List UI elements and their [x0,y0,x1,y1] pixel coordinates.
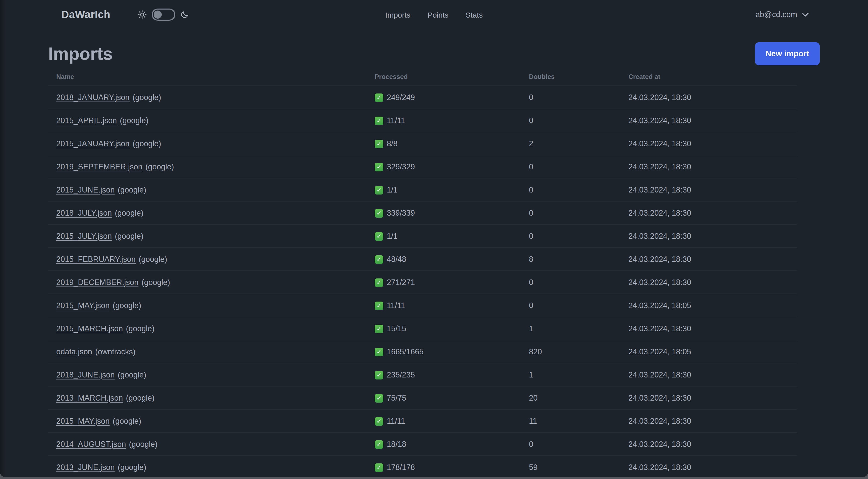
imports-table: Name Processed Doubles Created at 2018_J… [48,65,797,477]
doubles-count: 20 [521,386,620,409]
doubles-count: 0 [521,224,620,247]
import-file-link[interactable]: odata.json [56,347,92,356]
import-source-label: (owntracks) [95,347,135,356]
import-file-link[interactable]: 2015_MARCH.json [56,324,123,332]
nav-link-imports[interactable]: Imports [385,10,410,19]
imports-page: Imports New import Name Processed Double… [0,42,868,477]
import-file-link[interactable]: 2015_FEBRUARY.json [56,255,135,263]
import-file-link[interactable]: 2014_AUGUST.json [56,440,126,448]
created-at: 24.03.2024, 18:30 [620,363,797,386]
import-source-label: (google) [113,301,142,309]
success-check-icon: ✓ [375,440,383,449]
main-nav: Imports Points Stats [385,0,483,29]
table-row: 2013_MARCH.json(google)✓75/752024.03.202… [48,386,797,409]
import-source-label: (google) [113,416,142,425]
created-at: 24.03.2024, 18:30 [620,224,797,247]
import-file-link[interactable]: 2015_JUNE.json [56,185,115,194]
import-source-label: (google) [129,440,157,448]
processed-count: 48/48 [387,255,406,264]
doubles-count: 0 [521,201,620,224]
import-source-label: (google) [133,139,161,148]
import-source-label: (google) [118,463,147,471]
created-at: 24.03.2024, 18:30 [620,317,797,340]
success-check-icon: ✓ [375,301,383,310]
import-source-label: (google) [146,162,174,171]
nav-link-stats[interactable]: Stats [466,10,483,19]
import-file-link[interactable]: 2015_MAY.json [56,301,110,309]
success-check-icon: ✓ [375,232,383,240]
processed-count: 271/271 [387,278,415,287]
success-check-icon: ✓ [375,186,383,194]
created-at: 24.03.2024, 18:05 [620,294,797,317]
theme-toggle[interactable] [151,8,175,21]
import-source-label: (google) [133,93,161,101]
created-at: 24.03.2024, 18:30 [620,386,797,409]
import-source-label: (google) [126,324,154,332]
window-bottom-edge [0,477,868,479]
table-row: 2015_JUNE.json(google)✓1/1024.03.2024, 1… [48,178,797,201]
processed-count: 18/18 [387,440,406,449]
imports-table-body: 2018_JANUARY.json(google)✓249/249024.03.… [48,86,797,477]
doubles-count: 0 [521,294,620,317]
success-check-icon: ✓ [375,162,383,171]
import-file-link[interactable]: 2015_MAY.json [56,416,110,425]
doubles-count: 0 [521,109,620,132]
processed-count: 11/11 [387,116,405,125]
theme-toggle-knob [153,10,161,19]
created-at: 24.03.2024, 18:30 [620,132,797,155]
doubles-count: 1 [521,317,620,340]
table-row: 2015_APRIL.json(google)✓11/11024.03.2024… [48,109,797,132]
import-file-link[interactable]: 2019_DECEMBER.json [56,278,138,286]
new-import-button[interactable]: New import [755,42,820,65]
processed-count: 178/178 [387,463,415,472]
table-row: 2015_FEBRUARY.json(google)✓48/48824.03.2… [48,247,797,271]
import-source-label: (google) [138,255,167,263]
user-menu[interactable]: ab@cd.com [755,10,809,19]
nav-link-points[interactable]: Points [428,10,448,19]
import-file-link[interactable]: 2015_JULY.json [56,232,112,240]
table-row: 2018_JANUARY.json(google)✓249/249024.03.… [48,86,797,109]
success-check-icon: ✓ [375,93,383,102]
processed-count: 75/75 [387,394,406,402]
chevron-down-icon [802,12,809,17]
table-row: 2018_JULY.json(google)✓339/339024.03.202… [48,201,797,224]
success-check-icon: ✓ [375,324,383,333]
created-at: 24.03.2024, 18:30 [620,201,797,224]
success-check-icon: ✓ [375,417,383,425]
table-row: 2015_MARCH.json(google)✓15/15124.03.2024… [48,317,797,340]
import-file-link[interactable]: 2019_SEPTEMBER.json [56,162,143,171]
processed-count: 11/11 [387,417,405,426]
doubles-count: 0 [521,178,620,201]
column-header-processed: Processed [367,65,521,86]
success-check-icon: ✓ [375,278,383,287]
import-file-link[interactable]: 2018_JUNE.json [56,370,115,379]
table-header-row: Name Processed Doubles Created at [48,65,797,86]
column-header-name: Name [48,65,367,86]
app-logo[interactable]: DaWarIch [61,8,110,21]
import-file-link[interactable]: 2013_MARCH.json [56,393,123,402]
created-at: 24.03.2024, 18:05 [620,340,797,363]
created-at: 24.03.2024, 18:30 [620,155,797,178]
doubles-count: 2 [521,132,620,155]
import-source-label: (google) [126,393,154,402]
import-source-label: (google) [118,185,147,194]
import-file-link[interactable]: 2015_JANUARY.json [56,139,130,148]
doubles-count: 8 [521,247,620,271]
import-file-link[interactable]: 2018_JULY.json [56,208,112,217]
doubles-count: 0 [521,155,620,178]
created-at: 24.03.2024, 18:30 [620,271,797,294]
created-at: 24.03.2024, 18:30 [620,247,797,271]
processed-count: 329/329 [387,162,415,171]
processed-count: 235/235 [387,370,415,380]
table-row: 2018_JUNE.json(google)✓235/235124.03.202… [48,363,797,386]
column-header-doubles: Doubles [521,65,620,86]
success-check-icon: ✓ [375,140,383,148]
sun-icon [137,10,147,19]
import-file-link[interactable]: 2013_JUNE.json [56,463,115,471]
import-file-link[interactable]: 2015_APRIL.json [56,116,117,124]
processed-count: 8/8 [387,139,398,148]
doubles-count: 0 [521,432,620,456]
import-source-label: (google) [115,208,144,217]
success-check-icon: ✓ [375,463,383,472]
import-file-link[interactable]: 2018_JANUARY.json [56,93,130,101]
